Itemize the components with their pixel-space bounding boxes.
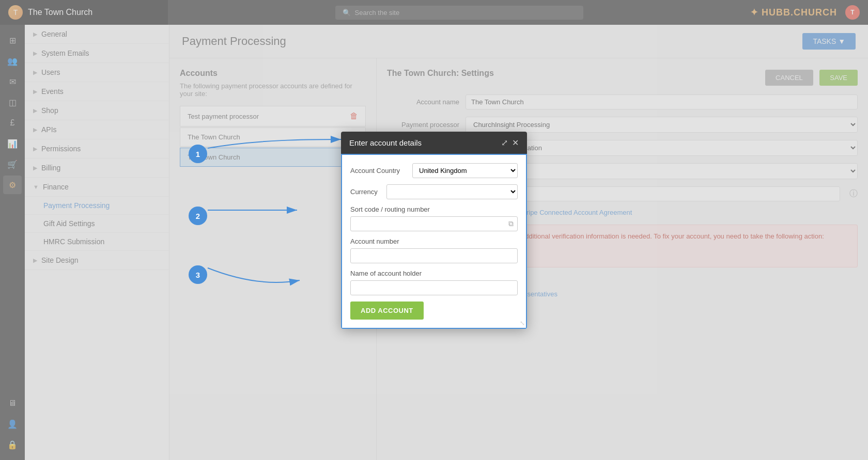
modal-expand-button[interactable]: ⤢ — [501, 138, 508, 148]
account-holder-label: Name of account holder — [350, 269, 518, 277]
step-1-circle: 1 — [189, 145, 207, 163]
account-holder-field: Name of account holder — [350, 269, 518, 302]
modal-dialog: Enter account details ⤢ ✕ Account Countr… — [341, 132, 527, 329]
modal-close-button[interactable]: ✕ — [512, 138, 519, 148]
account-holder-input[interactable] — [350, 280, 518, 295]
currency-field: Currency — [350, 184, 518, 199]
sort-code-field: Sort code / routing number ⧉ — [350, 205, 518, 231]
resize-handle[interactable]: ⤡ — [520, 320, 525, 327]
account-country-select[interactable]: United Kingdom — [412, 163, 518, 178]
sort-code-input[interactable] — [350, 216, 518, 231]
account-country-field: Account Country United Kingdom — [350, 163, 518, 178]
copy-icon[interactable]: ⧉ — [508, 219, 514, 228]
account-number-input[interactable] — [350, 248, 518, 263]
modal-title: Enter account details — [349, 138, 422, 147]
account-number-field: Account number — [350, 237, 518, 269]
modal-header-buttons: ⤢ ✕ — [501, 138, 519, 148]
sort-code-input-wrapper: ⧉ — [350, 216, 518, 231]
account-number-label: Account number — [350, 237, 518, 245]
currency-label: Currency — [350, 188, 381, 196]
step-2-circle: 2 — [189, 207, 207, 225]
account-country-label: Account Country — [350, 167, 407, 175]
sort-code-label: Sort code / routing number — [350, 205, 518, 213]
modal-body: Account Country United Kingdom Currency … — [341, 154, 527, 329]
step-3-circle: 3 — [189, 265, 207, 284]
currency-select[interactable] — [386, 184, 518, 199]
modal-header: Enter account details ⤢ ✕ — [341, 132, 527, 154]
add-account-button[interactable]: ADD ACCOUNT — [350, 302, 424, 320]
